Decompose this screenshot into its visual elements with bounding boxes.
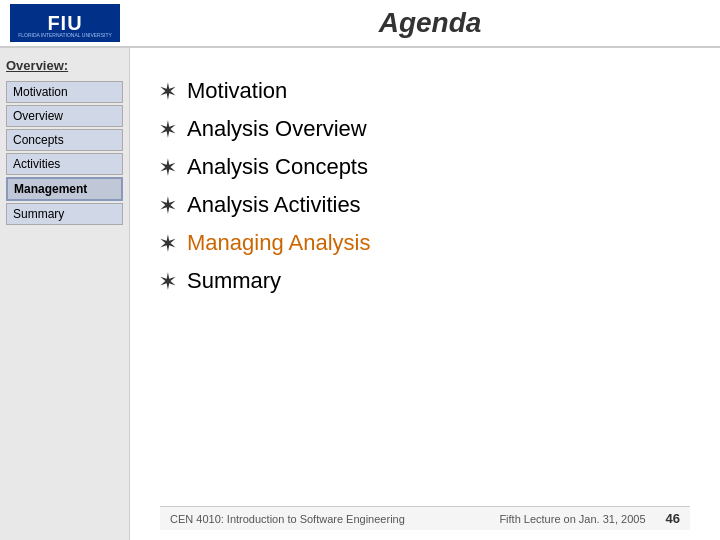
footer-left: CEN 4010: Introduction to Software Engin…	[170, 513, 405, 525]
bullet-icon-6: ✶	[160, 271, 175, 293]
sidebar-item-motivation[interactable]: Motivation	[6, 81, 123, 103]
sidebar-item-summary[interactable]: Summary	[6, 203, 123, 225]
logo-area: FIU FLORIDA INTERNATIONAL UNIVERSITY	[10, 4, 150, 42]
bullet-icon-5: ✶	[160, 233, 175, 255]
footer-right: Fifth Lecture on Jan. 31, 2005 46	[499, 511, 680, 526]
bullet-icon-4: ✶	[160, 195, 175, 217]
header: FIU FLORIDA INTERNATIONAL UNIVERSITY Age…	[0, 0, 720, 48]
sidebar-item-concepts[interactable]: Concepts	[6, 129, 123, 151]
list-item: ✶ Managing Analysis	[160, 230, 690, 256]
sidebar: Overview: Motivation Overview Concepts A…	[0, 48, 130, 540]
list-item: ✶ Analysis Activities	[160, 192, 690, 218]
bullet-text-5: Managing Analysis	[187, 230, 370, 256]
bullet-icon-2: ✶	[160, 119, 175, 141]
list-item: ✶ Analysis Overview	[160, 116, 690, 142]
content-area: ✶ Motivation ✶ Analysis Overview ✶ Analy…	[130, 48, 720, 540]
list-item: ✶ Summary	[160, 268, 690, 294]
list-item: ✶ Analysis Concepts	[160, 154, 690, 180]
sidebar-item-overview[interactable]: Overview	[6, 105, 123, 127]
bullet-text-1: Motivation	[187, 78, 287, 104]
bullet-text-2: Analysis Overview	[187, 116, 367, 142]
main-layout: Overview: Motivation Overview Concepts A…	[0, 48, 720, 540]
bullet-icon-1: ✶	[160, 81, 175, 103]
bullet-text-3: Analysis Concepts	[187, 154, 368, 180]
bullet-text-4: Analysis Activities	[187, 192, 361, 218]
sidebar-item-management[interactable]: Management	[6, 177, 123, 201]
bullet-list: ✶ Motivation ✶ Analysis Overview ✶ Analy…	[160, 78, 690, 506]
page-title: Agenda	[150, 7, 710, 39]
bullet-icon-3: ✶	[160, 157, 175, 179]
footer: CEN 4010: Introduction to Software Engin…	[160, 506, 690, 530]
page-number: 46	[666, 511, 680, 526]
list-item: ✶ Motivation	[160, 78, 690, 104]
sidebar-item-activities[interactable]: Activities	[6, 153, 123, 175]
footer-right-text: Fifth Lecture on Jan. 31, 2005	[499, 513, 645, 525]
logo-subtext: FLORIDA INTERNATIONAL UNIVERSITY	[14, 32, 116, 38]
sidebar-heading: Overview:	[6, 58, 123, 73]
bullet-text-6: Summary	[187, 268, 281, 294]
logo-box: FIU FLORIDA INTERNATIONAL UNIVERSITY	[10, 4, 120, 42]
